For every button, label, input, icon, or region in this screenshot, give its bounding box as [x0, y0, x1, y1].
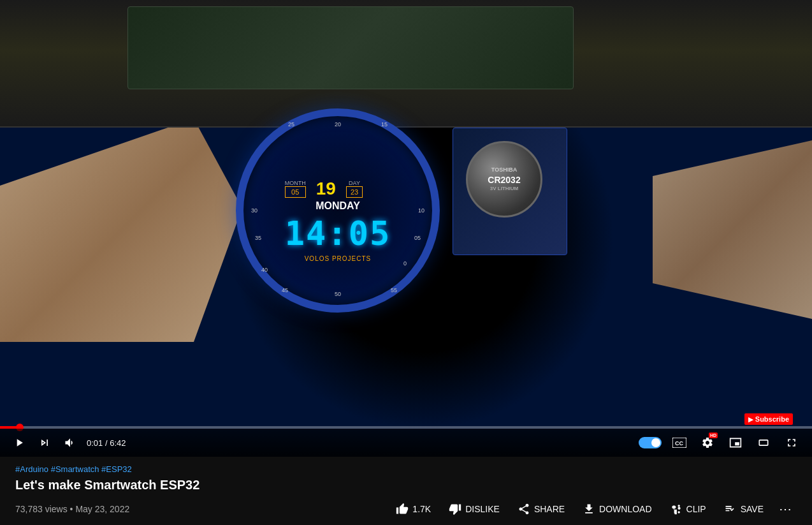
miniplayer-button[interactable] [725, 433, 746, 453]
time-display: 0:01 / 6:42 [87, 438, 126, 448]
more-button[interactable]: ⋯ [774, 499, 797, 519]
share-label: SHARE [534, 504, 565, 514]
download-icon [583, 503, 595, 515]
theater-button[interactable] [753, 433, 774, 453]
subscribe-badge: ▶ Subscribe [744, 413, 793, 425]
cc-button[interactable]: CC [669, 433, 690, 453]
watch-num-0: 0 [403, 260, 407, 267]
miniplayer-icon [729, 436, 742, 449]
thumbs-up-icon [396, 503, 409, 515]
watch-num-25: 25 [288, 121, 294, 128]
watch-num-45: 45 [282, 287, 288, 293]
dislike-label: DISLIKE [465, 504, 500, 514]
volume-icon [64, 436, 76, 449]
play-icon [13, 436, 25, 449]
watch-num-10: 10 [418, 207, 424, 214]
watch-num-40: 40 [261, 267, 268, 273]
watch-time: 14:05 [285, 214, 391, 253]
battery-brand: TOSHIBA [488, 166, 520, 174]
settings-icon [701, 436, 714, 449]
clip-button[interactable]: CLIP [662, 498, 714, 521]
fullscreen-button[interactable] [781, 433, 802, 453]
fullscreen-icon [785, 436, 798, 449]
video-actions: 1.7K DISLIKE SHARE DOWN [388, 498, 797, 521]
autoplay-toggle[interactable] [639, 437, 662, 448]
watch-num-30: 30 [251, 207, 257, 214]
watch-date-number: 19 [316, 179, 336, 199]
toggle-track[interactable] [639, 437, 662, 448]
watch-month-group: MONTH 05 [285, 180, 306, 198]
current-time: 0:01 [87, 438, 103, 448]
svg-text:CC: CC [675, 440, 683, 447]
battery-type: 3V LITHIUM [488, 186, 520, 192]
cc-icon: CC [672, 438, 686, 448]
controls-bar: 0:01 / 6:42 CC HD [0, 429, 812, 457]
watch-num-55: 55 [391, 287, 397, 293]
watch-num-20: 20 [335, 121, 341, 128]
video-title: Let's make Smartwatch ESP32 [15, 478, 797, 492]
video-player[interactable]: 20 15 25 10 30 05 35 0 40 45 50 55 MONTH… [0, 0, 812, 457]
download-label: DOWNLOAD [599, 504, 651, 514]
watch-day-value: 23 [346, 186, 363, 198]
watch-day-label: DAY [346, 180, 363, 186]
save-label: SAVE [741, 504, 764, 514]
settings-button[interactable]: HD [697, 433, 718, 453]
next-icon [38, 436, 51, 449]
theater-icon [757, 436, 770, 449]
watch-month-value: 05 [285, 186, 306, 198]
more-icon: ⋯ [779, 502, 792, 516]
video-tags[interactable]: #Arduino #Smartwatch #ESP32 [15, 464, 797, 474]
subscribe-icon: ▶ [748, 416, 753, 423]
battery-model: CR2032 [488, 174, 520, 186]
arduino-board [127, 6, 574, 89]
battery-cell: TOSHIBA CR2032 3V LITHIUM [466, 141, 542, 218]
watch-num-50: 50 [335, 291, 341, 297]
share-button[interactable]: SHARE [510, 498, 572, 521]
battery-module: TOSHIBA CR2032 3V LITHIUM [453, 128, 567, 255]
video-meta-row: 73,783 views • May 23, 2022 1.7K DISLIKE [15, 498, 797, 521]
play-button[interactable] [10, 434, 28, 452]
share-icon [518, 503, 530, 515]
video-info: #Arduino #Smartwatch #ESP32 Let's make S… [0, 457, 812, 521]
download-button[interactable]: DOWNLOAD [575, 498, 659, 521]
thumbs-down-icon [449, 503, 461, 515]
watch-num-15: 15 [381, 121, 388, 128]
hd-badge: HD [709, 433, 718, 438]
watch-date-row: MONTH 05 19 DAY 23 [285, 179, 391, 199]
watch-display: 20 15 25 10 30 05 35 0 40 45 50 55 MONTH… [236, 108, 440, 313]
video-thumbnail: 20 15 25 10 30 05 35 0 40 45 50 55 MONTH… [0, 0, 812, 457]
volume-button[interactable] [61, 434, 79, 452]
watch-weekday: MONDAY [285, 200, 391, 212]
clip-icon [670, 503, 683, 515]
watch-month-label: MONTH [285, 180, 306, 186]
watch-day-group: DAY 23 [346, 180, 363, 198]
total-time: 6:42 [110, 438, 126, 448]
watch-num-5: 05 [414, 235, 421, 241]
watch-brand: VOLOS PROJECTS [285, 255, 391, 262]
toggle-knob [651, 438, 660, 447]
dislike-button[interactable]: DISLIKE [441, 498, 507, 521]
like-count: 1.7K [412, 504, 431, 514]
save-icon [724, 503, 737, 515]
save-button[interactable]: SAVE [716, 498, 771, 521]
like-button[interactable]: 1.7K [388, 498, 439, 521]
video-stats: 73,783 views • May 23, 2022 [15, 504, 129, 514]
watch-num-35: 35 [255, 235, 261, 241]
clip-label: CLIP [686, 504, 706, 514]
next-button[interactable] [36, 434, 54, 452]
subscribe-text: Subscribe [755, 415, 789, 423]
